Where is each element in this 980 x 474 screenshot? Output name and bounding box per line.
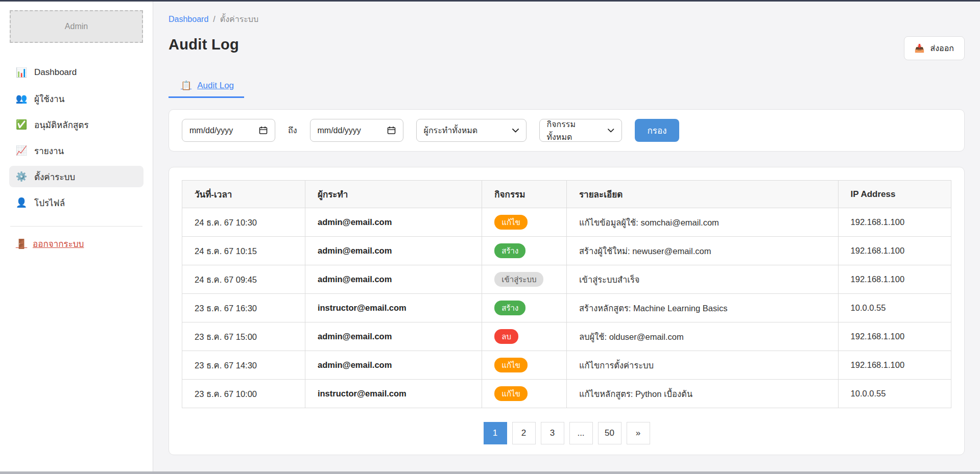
table-row: 24 ธ.ค. 67 10:15admin@email.comสร้างสร้า…	[182, 237, 951, 265]
breadcrumb-current: ตั้งค่าระบบ	[220, 13, 258, 26]
cell-datetime: 23 ธ.ค. 67 14:30	[182, 351, 305, 380]
tab-bar: 📋 Audit Log	[169, 76, 965, 98]
cell-ip-address: 192.168.1.100	[838, 237, 951, 265]
door-icon: 🚪	[15, 238, 28, 250]
cell-detail: สร้างผู้ใช้ใหม่: newuser@email.com	[566, 237, 838, 265]
chevron-down-icon	[512, 129, 519, 133]
cell-detail: สร้างหลักสูตร: Machine Learning Basics	[566, 294, 838, 322]
sidebar-nav: 📊Dashboard👥ผู้ใช้งาน✅อนุมัติหลักสูตร📈ราย…	[0, 62, 153, 218]
line-chart-icon: 📈	[15, 145, 28, 156]
cell-actor: admin@email.com	[305, 237, 482, 265]
table-row: 23 ธ.ค. 67 14:30admin@email.comแก้ไขแก้ไ…	[182, 351, 951, 380]
sidebar: Admin 📊Dashboard👥ผู้ใช้งาน✅อนุมัติหลักสู…	[0, 2, 153, 471]
actor-filter-select[interactable]: ผู้กระทำทั้งหมด	[416, 119, 527, 142]
cell-activity: แก้ไข	[482, 208, 567, 237]
cell-detail: แก้ไขการตั้งค่าระบบ	[566, 351, 838, 380]
sidebar-item-label: รายงาน	[34, 144, 64, 158]
bar-chart-icon: 📊	[15, 67, 28, 78]
table-row: 24 ธ.ค. 67 09:45admin@email.comเข้าสู่ระ…	[182, 265, 951, 294]
sidebar-item-label: ผู้ใช้งาน	[34, 92, 64, 106]
cell-activity: แก้ไข	[482, 351, 567, 380]
sidebar-item-label: โปรไฟล์	[34, 196, 65, 210]
actor-filter-selected-value: ผู้กระทำทั้งหมด	[424, 124, 478, 137]
cell-activity: แก้ไข	[482, 380, 567, 408]
logout-label: ออกจากระบบ	[33, 237, 84, 251]
sidebar-item-label: อนุมัติหลักสูตร	[34, 118, 89, 132]
cell-detail: ลบผู้ใช้: olduser@email.com	[566, 322, 838, 351]
calendar-icon	[387, 126, 396, 135]
breadcrumb-dashboard-link[interactable]: Dashboard	[169, 15, 208, 24]
pagination-page-2[interactable]: 2	[512, 422, 536, 444]
tab-audit-log[interactable]: 📋 Audit Log	[169, 76, 244, 98]
cell-actor: admin@email.com	[305, 265, 482, 294]
users-icon: 👥	[15, 93, 28, 104]
table-row: 23 ธ.ค. 67 10:00instructor@email.comแก้ไ…	[182, 380, 951, 408]
page-header: Audit Log 📥 ส่งออก	[169, 36, 965, 60]
sidebar-item-reports[interactable]: 📈รายงาน	[9, 140, 144, 161]
gear-icon: ⚙️	[15, 171, 28, 182]
table-row: 23 ธ.ค. 67 15:00admin@email.comลบลบผู้ใช…	[182, 322, 951, 351]
date-to-value: mm/dd/yyyy	[318, 126, 361, 135]
breadcrumb-separator: /	[213, 15, 215, 24]
activity-badge-create: สร้าง	[494, 301, 525, 315]
chevron-down-icon	[608, 129, 614, 133]
date-to-input[interactable]: mm/dd/yyyy	[310, 119, 403, 142]
sidebar-item-label: ตั้งค่าระบบ	[34, 170, 75, 184]
pagination-page-1[interactable]: 1	[484, 422, 507, 444]
column-header: กิจกรรม	[482, 181, 567, 208]
cell-actor: admin@email.com	[305, 208, 482, 237]
logout-link[interactable]: 🚪 ออกจากระบบ	[15, 237, 84, 251]
cell-ip-address: 192.168.1.100	[838, 208, 951, 237]
export-button[interactable]: 📥 ส่งออก	[904, 36, 965, 60]
activity-badge-edit: แก้ไข	[494, 358, 528, 372]
column-header: รายละเอียด	[566, 181, 838, 208]
date-from-value: mm/dd/yyyy	[189, 126, 233, 135]
activity-badge-edit: แก้ไข	[494, 386, 528, 401]
brand-label: Admin	[65, 22, 88, 31]
column-header: ผู้กระทำ	[305, 181, 482, 208]
activity-badge-create: สร้าง	[494, 243, 525, 258]
date-range-to-label: ถึง	[288, 124, 297, 137]
cell-actor: admin@email.com	[305, 322, 482, 351]
export-button-label: ส่งออก	[930, 42, 954, 55]
column-header: IP Address	[838, 181, 951, 208]
brand-logo-placeholder: Admin	[10, 10, 143, 43]
cell-ip-address: 192.168.1.100	[838, 322, 951, 351]
inbox-tray-icon: 📥	[915, 43, 925, 53]
pagination-page-50[interactable]: 50	[598, 422, 622, 444]
cell-detail: แก้ไขหลักสูตร: Python เบื้องต้น	[566, 380, 838, 408]
activity-filter-select[interactable]: กิจกรรมทั้งหมด	[539, 119, 622, 142]
page-title: Audit Log	[169, 36, 239, 53]
app-root: Admin 📊Dashboard👥ผู้ใช้งาน✅อนุมัติหลักสู…	[0, 2, 980, 471]
clipboard-icon: 📋	[181, 80, 192, 91]
filter-panel: mm/dd/yyyy ถึง mm/dd/yyyy	[169, 109, 965, 152]
sidebar-item-users[interactable]: 👥ผู้ใช้งาน	[9, 88, 144, 109]
pagination-page-...[interactable]: ...	[569, 422, 593, 444]
cell-activity: สร้าง	[482, 237, 567, 265]
pagination-next-button[interactable]: »	[627, 422, 650, 444]
cell-actor: instructor@email.com	[305, 294, 482, 322]
date-from-input[interactable]: mm/dd/yyyy	[182, 119, 275, 142]
activity-badge-delete: ลบ	[494, 329, 518, 344]
cell-datetime: 23 ธ.ค. 67 16:30	[182, 294, 305, 322]
person-icon: 👤	[15, 197, 28, 208]
pagination-page-3[interactable]: 3	[541, 422, 564, 444]
calendar-icon	[259, 126, 268, 135]
sidebar-item-profile[interactable]: 👤โปรไฟล์	[9, 192, 144, 213]
sidebar-item-label: Dashboard	[34, 67, 77, 78]
cell-actor: admin@email.com	[305, 351, 482, 380]
table-header-row: วันที่-เวลาผู้กระทำกิจกรรมรายละเอียดIP A…	[182, 181, 951, 208]
cell-actor: instructor@email.com	[305, 380, 482, 408]
cell-ip-address: 192.168.1.100	[838, 351, 951, 380]
activity-filter-selected-value: กิจกรรมทั้งหมด	[547, 118, 599, 143]
cell-datetime: 24 ธ.ค. 67 10:30	[182, 208, 305, 237]
cell-activity: สร้าง	[482, 294, 567, 322]
cell-activity: ลบ	[482, 322, 567, 351]
sidebar-item-course-approval[interactable]: ✅อนุมัติหลักสูตร	[9, 114, 144, 135]
filter-apply-button[interactable]: กรอง	[635, 119, 680, 142]
cell-datetime: 24 ธ.ค. 67 10:15	[182, 237, 305, 265]
audit-log-table: วันที่-เวลาผู้กระทำกิจกรรมรายละเอียดIP A…	[182, 180, 951, 408]
sidebar-item-dashboard[interactable]: 📊Dashboard	[9, 62, 144, 83]
cell-ip-address: 10.0.0.55	[838, 294, 951, 322]
sidebar-item-system-settings[interactable]: ⚙️ตั้งค่าระบบ	[9, 166, 144, 187]
